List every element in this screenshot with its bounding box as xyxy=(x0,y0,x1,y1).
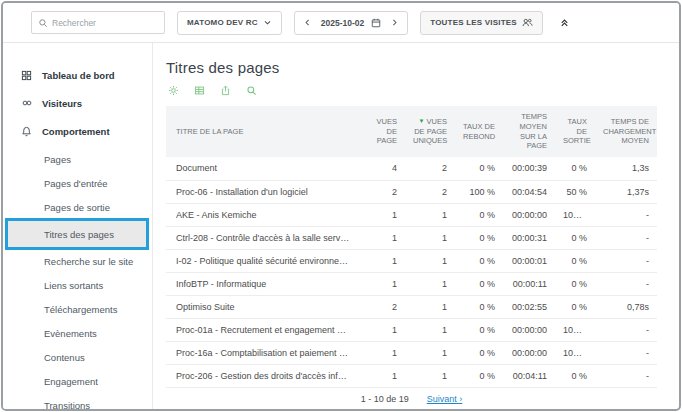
sidebar-item-label: Recherche sur le site xyxy=(44,256,133,267)
metric-cell: 1 xyxy=(359,364,405,387)
metric-cell: 0 % xyxy=(455,364,503,387)
metric-cell: 1 xyxy=(405,226,455,249)
pagination-range: 1 - 10 de 19 xyxy=(361,394,409,404)
next-date-button[interactable] xyxy=(388,18,401,27)
search-icon[interactable] xyxy=(246,85,257,96)
main-content: Titres des pages Titre de la pageVues de… xyxy=(153,43,679,409)
people-icon xyxy=(522,17,533,28)
report-toolbar xyxy=(168,85,657,96)
page-title-cell[interactable]: AKE - Anis Kemiche xyxy=(166,203,359,226)
sidebar-item-pages-d-entree[interactable]: Pages d'entrée xyxy=(3,171,152,195)
sidebar-item-recherche-sur-le-site[interactable]: Recherche sur le site xyxy=(3,249,152,273)
page-title-cell[interactable]: InfoBTP - Informatique xyxy=(166,272,359,295)
sidebar-item-comportement[interactable]: Comportement xyxy=(3,119,152,143)
table-row[interactable]: Optimiso Suite210 %00:02:550 %0,78s xyxy=(166,295,657,318)
topbar: MATOMO DEV RC 2025-10-02 TOUTES LES VISI… xyxy=(3,3,679,43)
metric-cell: 0 % xyxy=(555,226,595,249)
page-title-cell[interactable]: Proc-06 - Installation d'un logiciel xyxy=(166,180,359,203)
metric-cell: 1 xyxy=(359,318,405,341)
table-row[interactable]: Proc-206 - Gestion des droits d'accès in… xyxy=(166,364,657,387)
sidebar-item-titres-des-pages[interactable]: Titres des pages xyxy=(8,221,146,247)
sidebar-item-telechargements[interactable]: Téléchargements xyxy=(3,297,152,321)
column-header-taux-de-rebond[interactable]: Taux de rebond xyxy=(455,106,503,157)
metric-cell: 0 % xyxy=(455,318,503,341)
page-title-cell[interactable]: Proc-01a - Recrutement et engagement d'u… xyxy=(166,318,359,341)
column-header-temps-de-chargement-moyen[interactable]: Temps de chargement moyen xyxy=(595,106,657,157)
metric-cell: 1 xyxy=(359,341,405,364)
collapse-icon[interactable] xyxy=(559,17,570,28)
metric-cell: 1 xyxy=(359,203,405,226)
page-title-cell[interactable]: Proc-206 - Gestion des droits d'accès in… xyxy=(166,364,359,387)
sidebar-item-transitions[interactable]: Transitions xyxy=(3,393,152,409)
sidebar-nav: Tableau de bordVisiteursComportementPage… xyxy=(3,43,153,409)
page-title-cell[interactable]: Ctrl-208 - Contrôle d'accès à la salle s… xyxy=(166,226,359,249)
sidebar-item-label: Pages de sortie xyxy=(44,202,110,213)
page-title-cell[interactable]: Optimiso Suite xyxy=(166,295,359,318)
metric-cell: 0 % xyxy=(455,272,503,295)
sidebar-item-label: Tableau de bord xyxy=(42,70,115,81)
metric-cell: 0 % xyxy=(555,249,595,272)
sidebar-item-engagement[interactable]: Engagement xyxy=(3,369,152,393)
visitors-icon xyxy=(20,98,33,108)
bell-icon xyxy=(20,126,33,137)
metric-cell: 2 xyxy=(405,157,455,180)
sidebar-item-contenus[interactable]: Contenus xyxy=(3,345,152,369)
sidebar-item-tableau-de-bord[interactable]: Tableau de bord xyxy=(3,63,152,87)
page-title-cell[interactable]: I-02 - Politique qualité sécurité enviro… xyxy=(166,249,359,272)
column-header-taux-de-sortie[interactable]: Taux de sortie xyxy=(555,106,595,157)
prev-date-button[interactable] xyxy=(301,18,314,27)
table-row[interactable]: AKE - Anis Kemiche110 %00:00:00100 %- xyxy=(166,203,657,226)
next-page-link[interactable]: Suivant › xyxy=(427,394,463,404)
sidebar-item-liens-sortants[interactable]: Liens sortants xyxy=(3,273,152,297)
sidebar-item-pages-de-sortie[interactable]: Pages de sortie xyxy=(3,195,152,219)
table-row[interactable]: Ctrl-208 - Contrôle d'accès à la salle s… xyxy=(166,226,657,249)
sidebar-item-pages[interactable]: Pages xyxy=(3,147,152,171)
metric-cell: - xyxy=(595,226,657,249)
metric-cell: 00:00:39 xyxy=(503,157,555,180)
table-row[interactable]: I-02 - Politique qualité sécurité enviro… xyxy=(166,249,657,272)
metric-cell: 0 % xyxy=(555,157,595,180)
table-row[interactable]: Proc-16a - Comptabilisation et paiement … xyxy=(166,341,657,364)
column-header-vues-de-page-uniques[interactable]: ▼Vues de page uniques xyxy=(405,106,455,157)
column-header-vues-de-page[interactable]: Vues de page xyxy=(359,106,405,157)
page-title-cell[interactable]: Proc-16a - Comptabilisation et paiement … xyxy=(166,341,359,364)
sidebar-item-label: Visiteurs xyxy=(42,98,82,109)
metric-cell: 0 % xyxy=(455,203,503,226)
metric-cell: 00:00:11 xyxy=(503,272,555,295)
metric-cell: - xyxy=(595,341,657,364)
metric-cell: 1 xyxy=(405,341,455,364)
page-title: Titres des pages xyxy=(166,59,657,76)
date-value[interactable]: 2025-10-02 xyxy=(321,18,364,28)
column-header-temps-moyen-sur-la-page[interactable]: Temps moyen sur la page xyxy=(503,106,555,157)
metric-cell: 0 % xyxy=(555,272,595,295)
sidebar-item-evenements[interactable]: Evènements xyxy=(3,321,152,345)
metric-cell: 0 % xyxy=(455,341,503,364)
metric-cell: - xyxy=(595,318,657,341)
search-input[interactable] xyxy=(52,18,158,28)
metric-cell: 1 xyxy=(359,272,405,295)
table-icon[interactable] xyxy=(194,85,205,96)
metric-cell: 0,78s xyxy=(595,295,657,318)
metric-cell: 100 % xyxy=(455,180,503,203)
site-selector-button[interactable]: MATOMO DEV RC xyxy=(177,11,282,35)
export-icon[interactable] xyxy=(220,85,231,96)
sidebar-item-label: Pages xyxy=(44,154,71,165)
page-title-cell[interactable]: Document xyxy=(166,157,359,180)
metric-cell: 0 % xyxy=(455,226,503,249)
metric-cell: - xyxy=(595,249,657,272)
table-row[interactable]: Document420 %00:00:390 %1,3s xyxy=(166,157,657,180)
gear-icon[interactable] xyxy=(168,85,179,96)
column-header-titre-de-la-page[interactable]: Titre de la page xyxy=(166,106,359,157)
sidebar-item-label: Pages d'entrée xyxy=(44,178,108,189)
sidebar-item-label: Téléchargements xyxy=(44,304,117,315)
segment-selector-button[interactable]: TOUTES LES VISITES xyxy=(420,11,543,35)
metric-cell: - xyxy=(595,364,657,387)
date-selector: 2025-10-02 xyxy=(294,11,408,35)
table-row[interactable]: Proc-06 - Installation d'un logiciel2210… xyxy=(166,180,657,203)
metric-cell: 0 % xyxy=(455,249,503,272)
table-row[interactable]: Proc-01a - Recrutement et engagement d'u… xyxy=(166,318,657,341)
metric-cell: 1,37s xyxy=(595,180,657,203)
sidebar-item-visiteurs[interactable]: Visiteurs xyxy=(3,91,152,115)
table-row[interactable]: InfoBTP - Informatique110 %00:00:110 %- xyxy=(166,272,657,295)
metric-cell: 1 xyxy=(405,364,455,387)
